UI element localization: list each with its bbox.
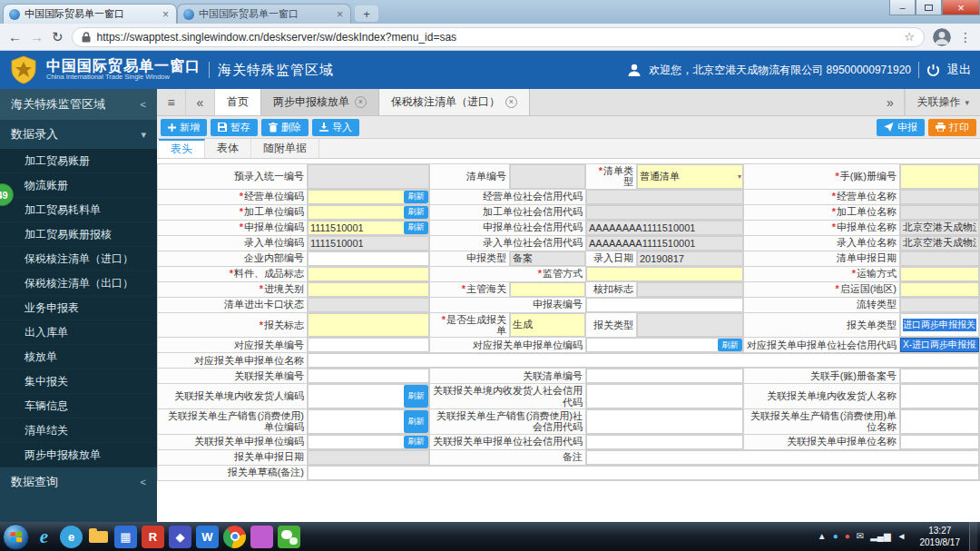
new-tab-button[interactable]: + — [355, 5, 378, 22]
browser-menu-icon[interactable]: ⋮ — [959, 31, 972, 44]
scroll-tabs-left-icon[interactable]: « — [186, 89, 215, 115]
bookmark-star-icon[interactable]: ☆ — [904, 30, 915, 44]
delete-button[interactable]: 删除 — [261, 119, 309, 136]
media-app-icon[interactable]: ▦ — [114, 526, 137, 548]
network-icon[interactable]: ▂▄▆ — [870, 532, 890, 541]
form-field[interactable]: 普通清单▾ — [637, 164, 744, 190]
form-field[interactable] — [586, 298, 744, 313]
form-field[interactable]: 20190817 — [637, 251, 744, 267]
subtab[interactable]: 表体 — [205, 139, 251, 158]
internet-explorer-icon[interactable]: e — [33, 526, 55, 548]
power-icon[interactable] — [926, 64, 940, 77]
form-field[interactable]: 生成 — [510, 313, 586, 339]
refresh-button[interactable]: 刷新 — [718, 339, 742, 351]
form-field[interactable] — [900, 190, 980, 205]
form-field[interactable] — [900, 435, 980, 450]
save-draft-button[interactable]: 暂存 — [211, 119, 258, 136]
url-text[interactable]: https://swapptest.singlewindow.cn/deskse… — [97, 31, 898, 44]
sidebar-item[interactable]: 出入库单 — [0, 320, 157, 345]
form-field[interactable] — [637, 282, 744, 298]
url-bar[interactable]: https://swapptest.singlewindow.cn/deskse… — [72, 27, 925, 47]
form-field[interactable] — [308, 164, 430, 190]
form-field[interactable] — [308, 251, 430, 267]
refresh-button[interactable]: 刷新 — [404, 206, 428, 219]
form-field[interactable]: 1111510001刷新 — [308, 221, 430, 236]
tray-mail-icon[interactable]: ✉ — [857, 532, 864, 541]
menu-icon[interactable]: ≡ — [157, 89, 186, 115]
refresh-button[interactable]: 刷新 — [404, 385, 428, 408]
reload-button[interactable]: ↻ — [52, 30, 64, 44]
form-field[interactable] — [586, 435, 744, 450]
dropdown-caret-icon[interactable]: ▾ — [738, 172, 741, 181]
form-field[interactable] — [900, 251, 980, 267]
sidebar-group-data-entry[interactable]: 数据录入 ▾ — [0, 120, 157, 149]
sidebar-item[interactable]: 保税核注清单（进口） — [0, 247, 157, 271]
refresh-button[interactable]: 刷新 — [404, 436, 428, 448]
sidebar-group-data-query[interactable]: 数据查询 < — [0, 467, 157, 497]
sidebar-item[interactable]: 加工贸易账册报核 — [0, 222, 157, 247]
sidebar-item[interactable]: 清单结关 — [0, 418, 157, 443]
form-field[interactable] — [308, 450, 430, 466]
form-field[interactable] — [586, 267, 744, 282]
form-field[interactable]: 1111510001 — [308, 236, 430, 251]
sidebar-item[interactable]: 业务申报表 — [0, 296, 157, 320]
show-desktop-button[interactable] — [969, 522, 977, 551]
refresh-button[interactable]: 刷新 — [404, 191, 428, 203]
form-field[interactable] — [586, 369, 744, 384]
sidebar-item[interactable]: 核放单 — [0, 345, 157, 369]
browser-app-icon[interactable]: e — [60, 526, 83, 548]
sidebar-item[interactable]: 两步申报核放单 — [0, 443, 157, 467]
form-field[interactable] — [586, 384, 744, 409]
forward-button[interactable]: → — [30, 30, 44, 44]
back-button[interactable]: ← — [8, 30, 22, 44]
chrome-icon[interactable] — [223, 526, 246, 548]
form-field[interactable] — [900, 369, 980, 384]
tray-app-icon-red[interactable]: ● — [845, 532, 850, 541]
declare-button[interactable]: 申报 — [877, 119, 925, 136]
form-field[interactable] — [900, 164, 980, 190]
form-field[interactable] — [308, 353, 980, 369]
window-minimize-button[interactable]: – — [889, 0, 916, 15]
form-field[interactable]: 刷新 — [308, 190, 430, 205]
subtab[interactable]: 表头 — [159, 139, 205, 158]
form-field[interactable] — [900, 205, 980, 221]
form-field[interactable] — [308, 267, 430, 282]
app-icon-indigo[interactable]: ◆ — [169, 526, 191, 548]
form-field[interactable] — [900, 298, 980, 313]
sidebar-item[interactable]: 加工贸易账册 — [0, 149, 157, 173]
scroll-tabs-right-icon[interactable]: » — [876, 89, 905, 115]
sidebar-item[interactable]: 物流账册 — [0, 173, 157, 198]
form-field[interactable] — [308, 338, 430, 353]
paint-app-icon[interactable] — [250, 526, 273, 548]
form-field[interactable] — [586, 190, 744, 205]
refresh-button[interactable]: 刷新 — [404, 221, 428, 234]
refresh-button[interactable]: 刷新 — [404, 410, 428, 433]
profile-avatar[interactable] — [933, 28, 951, 46]
dropdown-option[interactable]: X-进口两步申报报关单 — [900, 338, 980, 353]
sidebar-item[interactable]: 车辆信息 — [0, 394, 157, 418]
form-field[interactable] — [510, 282, 586, 298]
import-button[interactable]: 导入 — [312, 119, 359, 136]
browser-tab[interactable]: 中国国际贸易单一窗口× — [177, 4, 351, 24]
form-field[interactable]: 北京空港天成物流有限公司 — [900, 236, 980, 251]
form-field[interactable]: 刷新 — [586, 338, 744, 353]
sidebar-item[interactable]: 保税核注清单（出口） — [0, 271, 157, 296]
tab-close-icon[interactable]: × — [355, 96, 367, 108]
sidebar-root[interactable]: 海关特殊监管区域 < — [0, 89, 157, 120]
window-maximize-button[interactable] — [916, 0, 942, 15]
app-icon-r[interactable]: R — [142, 526, 164, 548]
app-icon-w[interactable]: W — [196, 526, 219, 548]
tray-expand-icon[interactable]: ▲ — [818, 532, 827, 541]
add-button[interactable]: 新增 — [161, 119, 207, 136]
form-field[interactable]: 北京空港天成物流有限公司 — [900, 221, 980, 236]
subtab[interactable]: 随附单据 — [251, 139, 319, 158]
taskbar-clock[interactable]: 13:27 2019/8/17 — [915, 525, 966, 548]
form-field[interactable] — [637, 313, 744, 339]
form-field[interactable]: 进口两步申报报关单 — [900, 313, 980, 339]
print-button[interactable]: 打印 — [928, 119, 976, 136]
volume-icon[interactable]: ◄ — [897, 532, 906, 541]
form-field[interactable]: 刷新 — [308, 409, 430, 435]
form-field[interactable] — [586, 450, 980, 466]
form-field[interactable] — [308, 298, 430, 313]
sidebar-item[interactable]: 集中报关 — [0, 369, 157, 394]
